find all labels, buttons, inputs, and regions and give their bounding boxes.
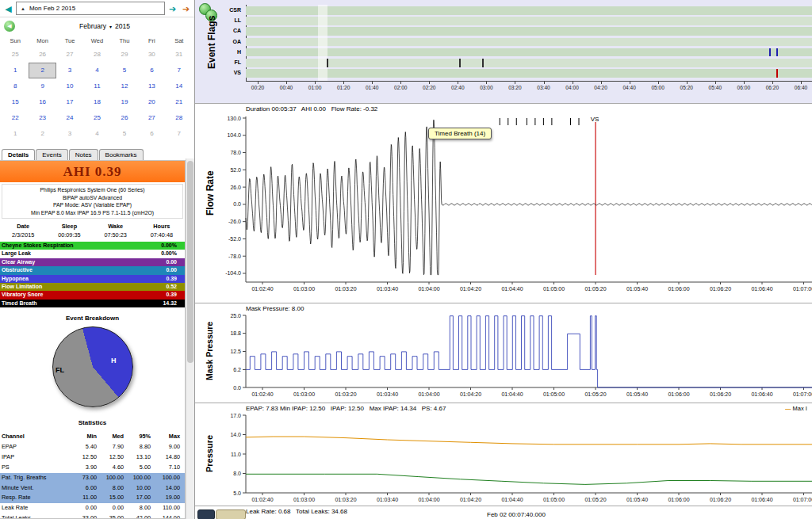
tab-events[interactable]: Events xyxy=(36,149,67,160)
axis-tick xyxy=(744,81,745,84)
calendar-day[interactable]: 1 xyxy=(2,63,29,78)
calendar-year[interactable]: 2015 xyxy=(115,22,130,30)
calendar-day[interactable]: 13 xyxy=(138,78,165,94)
tab-bookmarks[interactable]: Bookmarks xyxy=(99,149,144,160)
calendar-day[interactable]: 5 xyxy=(111,126,138,142)
event-flags-row-label: LL xyxy=(195,16,241,25)
calendar-day[interactable]: 29 xyxy=(111,47,138,63)
calendar-day[interactable]: 3 xyxy=(56,63,83,78)
bottom-left-button-light[interactable] xyxy=(216,509,246,519)
calendar-day[interactable]: 15 xyxy=(2,94,29,110)
stats-row: Resp. Rate11.0015.0017.0019.00 xyxy=(0,493,185,503)
calendar-day[interactable]: 14 xyxy=(166,78,193,94)
tab-notes[interactable]: Notes xyxy=(69,149,98,160)
axis-tick xyxy=(286,81,287,84)
calendar-day[interactable]: 18 xyxy=(83,94,110,110)
svg-text:0.0: 0.0 xyxy=(233,385,241,391)
calendar-day[interactable]: 28 xyxy=(83,47,110,63)
mask-pressure-chart[interactable]: 25.018.812.56.20.001:02:4001:03:0001:03:… xyxy=(195,314,812,403)
stats-cell: 35.00 xyxy=(100,513,127,519)
calendar-day[interactable]: 6 xyxy=(138,63,165,78)
svg-text:01:02:40: 01:02:40 xyxy=(251,497,273,502)
calendar-day[interactable]: 27 xyxy=(56,47,83,63)
svg-text:5.0: 5.0 xyxy=(233,490,241,496)
axis-tick-label: 06:20 xyxy=(759,85,786,90)
calendar-day[interactable]: 11 xyxy=(83,78,110,94)
event-flags-row-ca xyxy=(246,27,812,36)
stats-header: Med xyxy=(100,432,127,442)
bottom-left-button-dark[interactable] xyxy=(197,509,215,519)
svg-text:0.0: 0.0 xyxy=(233,201,241,207)
calendar-day[interactable]: 26 xyxy=(29,47,56,63)
calendar-day[interactable]: 7 xyxy=(166,126,193,142)
calendar-day[interactable]: 8 xyxy=(2,78,29,94)
stats-cell: 8.00 xyxy=(127,503,154,513)
pressure-header: EPAP: 7.83 Min IPAP: 12.50 IPAP: 12.50 M… xyxy=(246,405,446,412)
stats-cell: 15.00 xyxy=(100,493,127,503)
tab-details[interactable]: Details xyxy=(2,149,35,160)
calendar-day[interactable]: 23 xyxy=(29,110,56,126)
calendar-day[interactable]: 9 xyxy=(29,78,56,94)
axis-tick-label: 04:20 xyxy=(588,85,615,90)
calendar-day[interactable]: 4 xyxy=(83,126,110,142)
svg-text:01:05:40: 01:05:40 xyxy=(626,286,648,292)
calendar-day[interactable]: 21 xyxy=(166,94,193,110)
calendar-month[interactable]: February xyxy=(79,22,106,30)
calendar-day[interactable]: 31 xyxy=(166,47,193,63)
calendar-day[interactable]: 20 xyxy=(138,94,165,110)
calendar-day[interactable]: 3 xyxy=(56,126,83,142)
calendar-day[interactable]: 10 xyxy=(56,78,83,94)
prev-month-button[interactable]: ◀ xyxy=(4,21,15,32)
month-dropdown-icon[interactable]: ▾ xyxy=(109,24,112,29)
svg-text:01:03:40: 01:03:40 xyxy=(377,497,398,502)
stats-cell: IPAP xyxy=(2,452,73,463)
axis-tick xyxy=(573,81,573,84)
calendar-day[interactable]: 6 xyxy=(138,126,165,142)
machine-info-line: PAP Mode: ASV (Variable EPAP) xyxy=(2,201,182,209)
calendar-day[interactable]: 28 xyxy=(166,110,193,126)
svg-text:01:04:20: 01:04:20 xyxy=(460,497,481,502)
stats-cell: 9.00 xyxy=(154,442,183,452)
stats-cell: 3.90 xyxy=(73,463,100,473)
calendar-day[interactable]: 24 xyxy=(56,110,83,126)
stats-cell: 12.50 xyxy=(100,452,127,463)
axis-tick xyxy=(601,81,602,84)
scrollbar-thumb[interactable] xyxy=(187,161,193,363)
event-summary-row: Obstructive0.00 xyxy=(0,266,185,274)
prev-day-button[interactable]: ◀ xyxy=(2,2,14,15)
pressure-chart[interactable]: 17.014.011.08.05.001:02:4001:03:0001:03:… xyxy=(195,414,812,506)
calendar-day[interactable]: 26 xyxy=(111,110,138,126)
machine-info: Philips Respironics System One (60 Serie… xyxy=(2,184,183,219)
calendar-day[interactable]: 2 xyxy=(29,126,56,142)
svg-text:01:07:00: 01:07:00 xyxy=(793,286,812,292)
event-flags-row-label: CSR xyxy=(195,6,241,15)
axis-tick-label: 04:40 xyxy=(616,85,643,90)
event-mark-vs xyxy=(776,69,778,78)
stats-cell: 100.00 xyxy=(154,473,183,483)
next-day-button[interactable]: ➔ xyxy=(167,2,178,15)
calendar-day[interactable]: 25 xyxy=(2,47,29,63)
calendar-day[interactable]: 7 xyxy=(166,63,193,78)
calendar-day[interactable]: 4 xyxy=(83,63,110,78)
calendar-day[interactable]: 12 xyxy=(111,78,138,94)
calendar-day[interactable]: 16 xyxy=(29,94,56,110)
stats-row: EPAP5.407.908.809.00 xyxy=(0,442,185,452)
timed-breath-tooltip: Timed Breath (14) xyxy=(428,128,492,139)
date-dropdown[interactable]: ▲ Mon Feb 2 2015 xyxy=(16,2,165,15)
calendar-day[interactable]: 17 xyxy=(56,94,83,110)
calendar-day[interactable]: 1 xyxy=(2,126,29,142)
flow-rate-chart[interactable]: 130.0104.078.052.026.00.0-26.0-52.0-78.0… xyxy=(195,115,812,299)
svg-text:01:05:40: 01:05:40 xyxy=(626,391,648,397)
calendar-day[interactable]: 25 xyxy=(83,110,110,126)
calendar-day[interactable]: 30 xyxy=(138,47,165,63)
stats-row: IPAP12.5012.5013.1014.80 xyxy=(0,452,185,463)
latest-day-button[interactable]: ➔ xyxy=(180,2,192,15)
event-flags-plot[interactable]: CSRLLCAOAHFLVS00:2000:4001:0001:2001:400… xyxy=(195,0,812,103)
calendar-day[interactable]: 5 xyxy=(111,63,138,78)
calendar-day[interactable]: 22 xyxy=(2,110,29,126)
calendar-day[interactable]: 19 xyxy=(111,94,138,110)
svg-text:01:04:40: 01:04:40 xyxy=(501,391,523,397)
calendar-day[interactable]: 2 xyxy=(29,63,56,78)
calendar-day[interactable]: 27 xyxy=(138,110,165,126)
sidebar-scrollbar[interactable] xyxy=(186,158,194,519)
